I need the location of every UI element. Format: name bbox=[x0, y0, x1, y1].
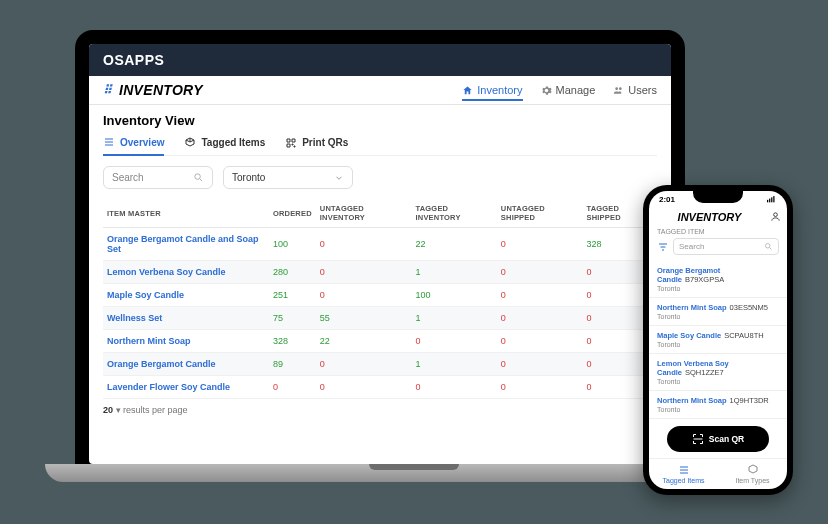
table-row[interactable]: Maple Soy Candle251010000 bbox=[103, 284, 657, 307]
pager-label: results per page bbox=[123, 405, 188, 415]
scan-qr-button[interactable]: Scan QR bbox=[667, 426, 769, 452]
col-header[interactable]: TAGGED INVENTORY bbox=[411, 199, 496, 228]
search-icon bbox=[193, 172, 204, 183]
laptop-screen: OSAPPS ⠿ INVENTORY Inventory Manage User… bbox=[89, 44, 671, 464]
page-body: Inventory View Overview Tagged Items Pri… bbox=[89, 105, 671, 464]
table-row[interactable]: Wellness Set7555100 bbox=[103, 307, 657, 330]
inventory-boxes-icon: ⠿ bbox=[103, 84, 115, 96]
gear-icon bbox=[541, 85, 552, 96]
laptop-trackpad-notch bbox=[369, 464, 459, 470]
phone-frame: 2:01 INVENTORY TAGGED ITEM Search Orange… bbox=[643, 185, 793, 495]
signal-icon bbox=[767, 195, 777, 203]
list-item[interactable]: Maple Soy CandleSCPAU8THToronto bbox=[649, 326, 787, 354]
qr-icon bbox=[285, 137, 297, 149]
laptop-frame: OSAPPS ⠿ INVENTORY Inventory Manage User… bbox=[75, 30, 685, 470]
phone-notch bbox=[693, 191, 743, 203]
phone-section-label: TAGGED ITEM bbox=[649, 228, 787, 238]
table-row[interactable]: Northern Mint Soap32822000 bbox=[103, 330, 657, 353]
table-row[interactable]: Lemon Verbena Soy Candle2800100 bbox=[103, 261, 657, 284]
tab-tagged-items[interactable]: Tagged Items bbox=[184, 136, 265, 155]
page-title: Inventory View bbox=[103, 113, 657, 128]
svg-point-0 bbox=[195, 174, 201, 180]
users-icon bbox=[613, 85, 624, 96]
tab-overview[interactable]: Overview bbox=[103, 136, 164, 156]
nav-inventory[interactable]: Inventory bbox=[462, 84, 522, 101]
filter-icon[interactable] bbox=[657, 241, 669, 253]
phone-search-input[interactable]: Search bbox=[673, 238, 779, 255]
nav-users-label: Users bbox=[628, 84, 657, 96]
search-icon bbox=[764, 242, 773, 251]
phone-tab-tagged[interactable]: Tagged Items bbox=[649, 459, 718, 489]
list-item[interactable]: Lemon Verbena Soy CandleSQH1ZZE7Toronto bbox=[649, 354, 787, 391]
chevron-down-icon bbox=[334, 173, 344, 183]
svg-rect-2 bbox=[769, 199, 770, 203]
list-item[interactable]: Northern Mint Soap03ES5NM5Toronto bbox=[649, 298, 787, 326]
app-header: ⠿ INVENTORY Inventory Manage Users bbox=[89, 76, 671, 105]
col-header[interactable]: UNTAGGED SHIPPED bbox=[497, 199, 583, 228]
svg-rect-1 bbox=[767, 200, 768, 203]
svg-point-6 bbox=[766, 244, 771, 249]
tab-print-label: Print QRs bbox=[302, 137, 348, 148]
app-nav: Inventory Manage Users bbox=[462, 84, 657, 96]
phone-search-placeholder: Search bbox=[679, 242, 704, 251]
search-placeholder: Search bbox=[112, 172, 144, 183]
table-row[interactable]: Orange Bergamot Candle and Soap Set10002… bbox=[103, 228, 657, 261]
nav-manage[interactable]: Manage bbox=[541, 84, 596, 96]
scan-qr-label: Scan QR bbox=[709, 434, 744, 444]
phone-bottom-tabs: Tagged Items Item Types bbox=[649, 458, 787, 489]
list-item[interactable]: Northern Mint Soap1Q9HT3DRToronto bbox=[649, 391, 787, 419]
tab-overview-label: Overview bbox=[120, 137, 164, 148]
search-input[interactable]: Search bbox=[103, 166, 213, 189]
os-brand-bar: OSAPPS bbox=[89, 44, 671, 76]
user-icon[interactable] bbox=[770, 211, 781, 224]
list-icon bbox=[103, 136, 115, 148]
phone-screen: 2:01 INVENTORY TAGGED ITEM Search Orange… bbox=[649, 191, 787, 489]
cube-icon bbox=[747, 464, 759, 476]
home-icon bbox=[462, 85, 473, 96]
app-logo: ⠿ INVENTORY bbox=[103, 82, 203, 98]
inventory-table: ITEM MASTERORDEREDUNTAGGED INVENTORYTAGG… bbox=[103, 199, 657, 399]
os-prefix: OS bbox=[103, 52, 124, 68]
tab-print-qrs[interactable]: Print QRs bbox=[285, 136, 348, 155]
list-item[interactable]: Orange Bergamot CandleB79XGPSAToronto bbox=[649, 261, 787, 298]
location-value: Toronto bbox=[232, 172, 265, 183]
phone-search-row: Search bbox=[649, 238, 787, 261]
col-header[interactable]: UNTAGGED INVENTORY bbox=[316, 199, 412, 228]
location-select[interactable]: Toronto bbox=[223, 166, 353, 189]
col-header[interactable]: ITEM MASTER bbox=[103, 199, 269, 228]
app-logo-text: INVENTORY bbox=[119, 82, 203, 98]
filter-controls: Search Toronto bbox=[103, 166, 657, 189]
qr-scan-icon bbox=[692, 433, 704, 445]
list-icon bbox=[678, 464, 690, 476]
col-header[interactable]: ORDERED bbox=[269, 199, 316, 228]
tab-tagged-label: Tagged Items bbox=[201, 137, 265, 148]
nav-inventory-label: Inventory bbox=[477, 84, 522, 96]
os-suffix: APPS bbox=[124, 52, 164, 68]
pager-count: 20 bbox=[103, 405, 113, 415]
svg-rect-3 bbox=[771, 197, 772, 202]
view-tabs: Overview Tagged Items Print QRs bbox=[103, 136, 657, 156]
table-row[interactable]: Lavender Flower Soy Candle00000 bbox=[103, 376, 657, 399]
phone-status-icons bbox=[767, 195, 777, 205]
nav-manage-label: Manage bbox=[556, 84, 596, 96]
phone-app-logo: INVENTORY bbox=[649, 209, 787, 228]
table-row[interactable]: Orange Bergamot Candle890100 bbox=[103, 353, 657, 376]
svg-point-5 bbox=[774, 213, 778, 217]
svg-rect-4 bbox=[773, 196, 774, 202]
nav-users[interactable]: Users bbox=[613, 84, 657, 96]
cube-icon bbox=[184, 137, 196, 149]
phone-item-list: Orange Bergamot CandleB79XGPSATorontoNor… bbox=[649, 261, 787, 420]
phone-time: 2:01 bbox=[659, 195, 675, 205]
phone-tab-types[interactable]: Item Types bbox=[718, 459, 787, 489]
pager[interactable]: 20 ▾ results per page bbox=[103, 405, 657, 415]
